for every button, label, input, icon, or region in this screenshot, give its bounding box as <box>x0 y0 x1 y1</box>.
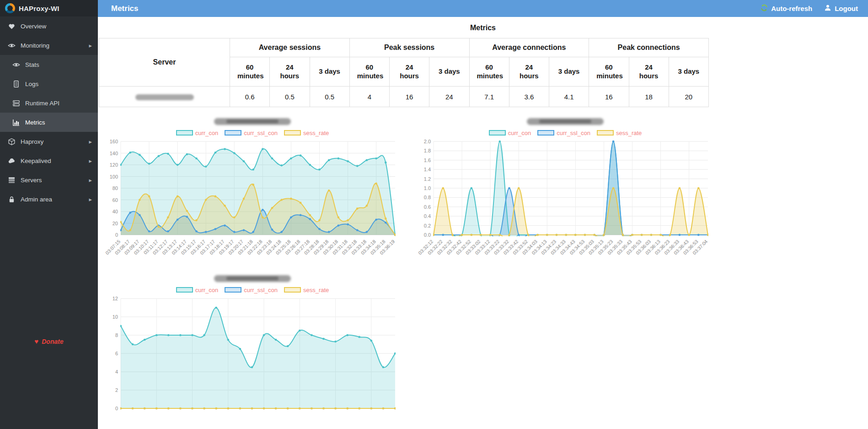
svg-text:2: 2 <box>115 387 118 393</box>
chart-plot: 0.00.20.40.60.81.01.21.41.61.82.003:32:1… <box>417 138 713 262</box>
period-header: 3 days <box>429 57 469 87</box>
legend-item-curr-ssl-con[interactable]: curr_ssl_con <box>225 130 278 136</box>
period-header: 60 minutes <box>230 57 270 87</box>
sidebar: HAProxy-WI OverviewMonitoring▸StatsLogsR… <box>0 0 98 429</box>
chevron-right-icon: ▸ <box>89 42 92 49</box>
server-column-header: Server <box>99 38 230 87</box>
legend-label: curr_ssl_con <box>244 287 278 293</box>
svg-text:100: 100 <box>110 174 118 179</box>
legend-item-curr-con[interactable]: curr_con <box>176 287 219 293</box>
svg-text:0: 0 <box>115 232 118 238</box>
sidebar-item-label: Logs <box>25 81 38 87</box>
metric-value-cell: 20 <box>669 87 708 107</box>
sidebar-item-label: Stats <box>25 61 39 68</box>
legend-swatch <box>225 130 241 136</box>
period-header: 3 days <box>310 57 349 87</box>
charts-row-1: curr_concurr_ssl_consess_rate 0204060801… <box>104 118 868 264</box>
chart-legend: curr_concurr_ssl_consess_rate <box>104 129 401 137</box>
sidebar-item-servers[interactable]: Servers▸ <box>0 170 98 190</box>
group-header-average-connections: Average connections <box>469 38 589 57</box>
legend-item-curr-con[interactable]: curr_con <box>176 130 219 136</box>
lock-icon <box>8 195 16 203</box>
sidebar-item-stats[interactable]: Stats <box>0 55 98 74</box>
chart-legend: curr_concurr_ssl_consess_rate <box>104 286 401 294</box>
metric-value-cell: 0.5 <box>310 87 349 107</box>
sidebar-item-runtime-api[interactable]: Runtime API <box>0 93 98 113</box>
logout-button[interactable]: Logout <box>824 4 858 13</box>
svg-text:8: 8 <box>115 332 118 338</box>
auto-refresh-button[interactable]: Auto-refresh <box>761 4 812 13</box>
sidebar-item-admin-area[interactable]: Admin area▸ <box>0 190 98 209</box>
svg-text:0.8: 0.8 <box>424 195 431 200</box>
svg-text:4: 4 <box>115 369 118 375</box>
legend-item-sess-rate[interactable]: sess_rate <box>284 287 329 293</box>
legend-label: curr_con <box>508 130 531 136</box>
page-title: Metrics <box>98 17 868 38</box>
donate-label: Donate <box>42 338 63 345</box>
metric-value-cell: 24 <box>429 87 469 107</box>
donate-link[interactable]: ♥ Donate <box>0 337 98 345</box>
period-header: 24 hours <box>390 57 429 87</box>
svg-text:60: 60 <box>113 197 118 203</box>
cube-icon <box>8 138 16 146</box>
app-logo[interactable]: HAProxy-WI <box>0 0 98 16</box>
sidebar-item-overview[interactable]: Overview <box>0 16 98 36</box>
svg-text:160: 160 <box>110 139 118 144</box>
metric-value-cell: 16 <box>390 87 429 107</box>
user-icon <box>824 4 831 13</box>
redacted-server-name <box>135 94 194 100</box>
legend-item-sess-rate[interactable]: sess_rate <box>597 130 642 136</box>
legend-swatch <box>284 287 301 293</box>
legend-item-curr-ssl-con[interactable]: curr_ssl_con <box>225 287 278 293</box>
svg-text:10: 10 <box>113 314 118 320</box>
legend-label: curr_con <box>195 287 219 293</box>
sidebar-item-label: Overview <box>21 23 46 30</box>
period-header: 3 days <box>669 57 708 87</box>
heartbeat-icon <box>8 22 16 30</box>
svg-text:20: 20 <box>113 221 118 226</box>
sidebar-item-keepalived[interactable]: Keepalived▸ <box>0 151 98 170</box>
sidebar-item-metrics[interactable]: Metrics <box>0 113 98 132</box>
metric-value-cell: 4.1 <box>549 87 589 107</box>
legend-swatch <box>176 130 193 136</box>
metric-value-cell: 4 <box>349 87 389 107</box>
eye-icon <box>12 61 20 69</box>
legend-item-curr-ssl-con[interactable]: curr_ssl_con <box>537 130 590 136</box>
legend-swatch <box>284 130 301 136</box>
period-header: 60 minutes <box>589 57 629 87</box>
document-icon <box>12 80 20 88</box>
svg-text:40: 40 <box>113 209 118 214</box>
metric-value-cell: 3.6 <box>509 87 549 107</box>
sidebar-item-haproxy[interactable]: Haproxy▸ <box>0 132 98 151</box>
auto-refresh-label: Auto-refresh <box>771 5 812 12</box>
sidebar-item-logs[interactable]: Logs <box>0 74 98 93</box>
sidebar-item-monitoring[interactable]: Monitoring▸ <box>0 36 98 55</box>
chart-plot: 02040608010012014016003:07:1503:08:1703:… <box>104 138 400 262</box>
chevron-right-icon: ▸ <box>89 177 92 184</box>
svg-text:6: 6 <box>115 351 118 356</box>
svg-text:1.2: 1.2 <box>424 176 431 182</box>
charts-row-2: curr_concurr_ssl_consess_rate 024681012 <box>104 275 868 429</box>
legend-item-curr-con[interactable]: curr_con <box>489 130 531 136</box>
svg-text:1.0: 1.0 <box>424 185 431 191</box>
legend-item-sess-rate[interactable]: sess_rate <box>284 130 329 136</box>
cloud-icon <box>8 157 16 165</box>
sidebar-item-label: Runtime API <box>25 100 59 107</box>
svg-text:0.0: 0.0 <box>424 232 431 238</box>
sidebar-item-label: Haproxy <box>21 138 43 145</box>
chevron-right-icon: ▸ <box>89 138 92 145</box>
metric-value-cell: 18 <box>629 87 669 107</box>
refresh-icon <box>761 4 768 13</box>
metric-value-cell: 7.1 <box>469 87 509 107</box>
svg-text:1.8: 1.8 <box>424 148 431 153</box>
svg-text:2.0: 2.0 <box>424 139 431 144</box>
legend-label: sess_rate <box>616 130 642 136</box>
heart-icon: ♥ <box>34 337 38 345</box>
logout-label: Logout <box>835 5 858 12</box>
svg-text:1.6: 1.6 <box>424 157 431 163</box>
metric-value-cell: 16 <box>589 87 629 107</box>
chevron-right-icon: ▸ <box>89 157 92 164</box>
svg-text:12: 12 <box>113 296 118 301</box>
svg-text:0.6: 0.6 <box>424 204 431 210</box>
legend-label: sess_rate <box>303 287 329 293</box>
